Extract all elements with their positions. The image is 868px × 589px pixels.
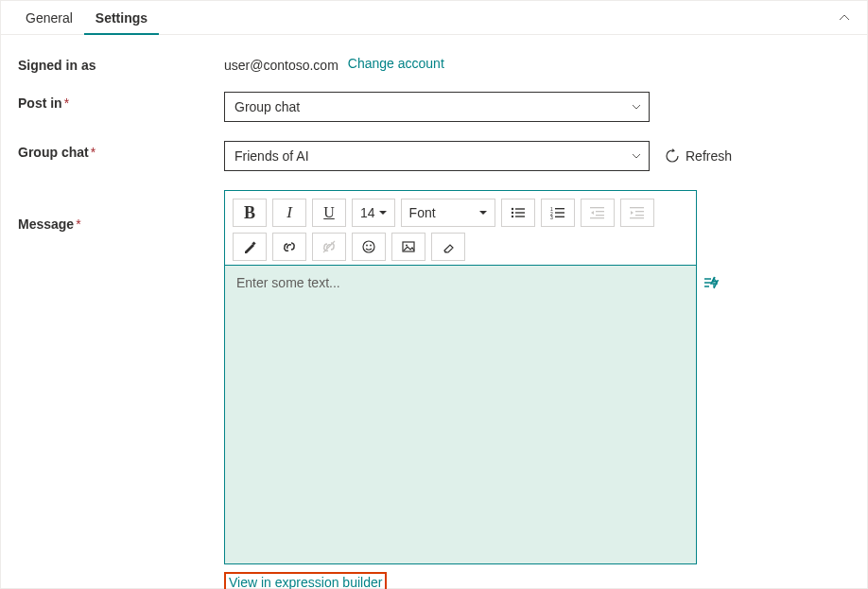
- label-message: Message*: [18, 190, 224, 232]
- dynamic-content-button[interactable]: [702, 272, 722, 293]
- svg-point-24: [370, 245, 372, 247]
- group-chat-select[interactable]: Friends of AI: [224, 141, 650, 171]
- eraser-button[interactable]: [431, 233, 465, 261]
- collapse-icon[interactable]: [835, 9, 854, 27]
- refresh-label: Refresh: [686, 148, 732, 164]
- bullet-list-button[interactable]: [501, 199, 535, 227]
- svg-point-2: [511, 212, 512, 214]
- refresh-icon: [665, 148, 680, 164]
- caret-down-icon: [479, 209, 487, 217]
- underline-button[interactable]: U: [312, 199, 346, 227]
- refresh-button[interactable]: Refresh: [665, 148, 732, 164]
- svg-rect-7: [555, 208, 564, 209]
- row-group-chat: Group chat* Friends of AI Refresh: [18, 141, 850, 171]
- unlink-button[interactable]: [312, 233, 346, 261]
- italic-button[interactable]: I: [272, 199, 306, 227]
- signed-in-email: user@contoso.com: [224, 54, 339, 73]
- message-textarea[interactable]: Enter some text...: [225, 265, 696, 563]
- expression-link-row: View in expression builder: [224, 572, 387, 589]
- indent-button[interactable]: [620, 199, 654, 227]
- svg-rect-17: [635, 211, 644, 212]
- svg-rect-14: [596, 215, 604, 216]
- label-group-chat-text: Group chat: [18, 145, 89, 160]
- svg-rect-5: [515, 216, 525, 217]
- group-chat-value: Friends of AI: [234, 148, 309, 164]
- image-button[interactable]: [391, 233, 425, 261]
- post-in-value: Group chat: [234, 99, 300, 114]
- chevron-down-icon: [632, 102, 641, 112]
- label-group-chat: Group chat*: [18, 141, 224, 160]
- svg-rect-18: [635, 215, 644, 216]
- svg-rect-9: [555, 212, 564, 213]
- font-size-select[interactable]: 14: [352, 199, 395, 227]
- svg-rect-1: [515, 208, 525, 209]
- label-message-text: Message: [18, 217, 74, 232]
- post-in-select[interactable]: Group chat: [224, 92, 650, 122]
- svg-rect-11: [555, 217, 564, 217]
- value-signed-in: user@contoso.com Change account: [224, 54, 850, 73]
- font-family-select[interactable]: Font: [401, 199, 495, 227]
- expression-builder-link[interactable]: View in expression builder: [224, 572, 387, 589]
- label-signed-in: Signed in as: [18, 54, 224, 73]
- svg-point-23: [366, 245, 368, 247]
- font-size-value: 14: [360, 205, 375, 220]
- chevron-down-icon: [632, 151, 641, 161]
- color-picker-button[interactable]: [233, 233, 267, 261]
- label-post-in-text: Post in: [18, 95, 62, 111]
- label-post-in: Post in*: [18, 92, 224, 111]
- bold-button[interactable]: B: [233, 199, 267, 227]
- svg-rect-3: [515, 212, 525, 213]
- svg-point-22: [363, 241, 374, 252]
- svg-text:3: 3: [550, 215, 553, 219]
- row-signed-in: Signed in as user@contoso.com Change acc…: [18, 54, 850, 73]
- row-post-in: Post in* Group chat: [18, 92, 850, 122]
- svg-line-21: [323, 241, 335, 252]
- svg-rect-13: [596, 211, 604, 212]
- svg-point-4: [511, 216, 512, 217]
- change-account-link[interactable]: Change account: [348, 56, 444, 71]
- panel-body: Signed in as user@contoso.com Change acc…: [1, 35, 867, 589]
- font-family-value: Font: [409, 205, 436, 220]
- svg-rect-15: [590, 217, 604, 218]
- required-asterisk: *: [76, 217, 80, 232]
- row-message: Message* B I U 14 Font: [18, 190, 850, 589]
- tab-general[interactable]: General: [14, 1, 84, 35]
- rich-text-editor: B I U 14 Font: [224, 190, 697, 564]
- svg-point-26: [406, 245, 408, 247]
- caret-down-icon: [379, 209, 387, 217]
- svg-rect-12: [590, 207, 604, 208]
- emoji-button[interactable]: [352, 233, 386, 261]
- tab-bar: General Settings: [1, 1, 867, 35]
- required-asterisk: *: [64, 95, 69, 111]
- svg-rect-16: [630, 207, 644, 208]
- required-asterisk: *: [91, 145, 95, 160]
- link-button[interactable]: [272, 233, 306, 261]
- svg-point-0: [511, 208, 512, 210]
- svg-rect-19: [630, 217, 644, 218]
- numbered-list-button[interactable]: 123: [541, 199, 575, 227]
- settings-panel: General Settings Signed in as user@conto…: [0, 0, 868, 589]
- outdent-button[interactable]: [581, 199, 615, 227]
- editor-toolbar: B I U 14 Font: [225, 191, 696, 265]
- tab-settings[interactable]: Settings: [84, 1, 159, 35]
